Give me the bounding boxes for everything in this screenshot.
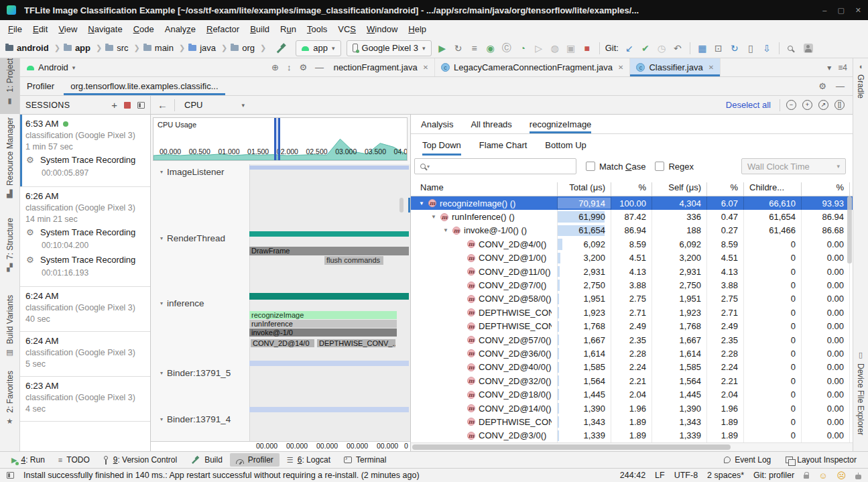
breadcrumb-org[interactable]: org❯ — [231, 43, 268, 53]
search-icon[interactable] — [788, 46, 793, 51]
hidden-tabs-icon[interactable]: ≡4 — [838, 63, 847, 72]
table-row[interactable]: mCONV_2D@14/0()1,3901.961,3901.9600.00 — [411, 402, 853, 415]
expand-arrow-icon[interactable]: ▼ — [443, 227, 452, 233]
history-icon[interactable]: ◷ — [654, 43, 670, 54]
rollback-icon[interactable]: ↶ — [670, 43, 686, 54]
sidebar-tab-7-structure[interactable]: 7: Structure▞ — [0, 218, 19, 292]
session-artifact-label[interactable]: System Trace Recording — [40, 227, 135, 237]
thread-track-binder-13791-5[interactable]: ▾Binder:13791_5 — [151, 361, 410, 407]
build-hammer-icon[interactable] — [276, 44, 286, 53]
panel-splitter[interactable] — [408, 198, 410, 213]
attach-profiler-icon[interactable]: ◍ — [547, 43, 563, 54]
menu-item-refactor[interactable]: Refactor — [201, 22, 245, 36]
collapse-panel-icon[interactable] — [137, 102, 145, 109]
table-row[interactable]: mCONV_2D@57/0()1,6672.351,6672.3500.00 — [411, 333, 853, 347]
chevron-down-icon[interactable]: ▾ — [160, 235, 163, 241]
menu-item-analyze[interactable]: Analyze — [160, 22, 201, 36]
table-row[interactable]: mDEPTHWISE_CONV_2D@...1,7682.491,7682.49… — [411, 320, 853, 333]
threads-scrollbar-thumb[interactable] — [399, 198, 404, 213]
close-icon[interactable]: ✕ — [423, 64, 428, 71]
tool-window-switcher-icon[interactable] — [7, 472, 14, 479]
hide-icon[interactable]: — — [315, 62, 324, 72]
file-encoding[interactable]: UTF-8 — [674, 471, 698, 480]
settings-icon[interactable]: ⚙ — [299, 62, 307, 72]
toolwindow-button-build[interactable]: Build — [184, 453, 229, 467]
profiler-session-tab[interactable]: org.tensorflow.lite.examples.classific..… — [64, 77, 225, 95]
sidebar-tab-1-project[interactable]: 1: Project▮ — [0, 58, 19, 114]
close-icon[interactable]: ✕ — [708, 64, 714, 71]
expand-arrow-icon[interactable]: ▼ — [431, 214, 440, 220]
happy-face-icon[interactable]: ☺ — [818, 471, 827, 480]
toolwindow-button-profiler[interactable]: Profiler — [230, 453, 280, 467]
menu-item-navigate[interactable]: Navigate — [82, 22, 127, 36]
zoom-to-selection-icon[interactable]: [] — [834, 100, 845, 110]
close-icon[interactable]: ✕ — [618, 64, 623, 71]
thread-track-renderthread[interactable]: ▾RenderThreadDrawFrameflush commands — [151, 231, 410, 293]
caret-position[interactable]: 244:42 — [620, 471, 645, 480]
tab-all-threads[interactable]: All threads — [471, 115, 511, 133]
device-manager-icon[interactable]: ▦ — [694, 43, 710, 54]
indent-style[interactable]: 2 spaces* — [707, 471, 744, 480]
project-view-select[interactable]: Android ▾ — [20, 58, 121, 76]
minimize-button[interactable]: – — [822, 6, 826, 15]
subtab-top-down[interactable]: Top Down — [422, 134, 461, 156]
sidebar-tab-resource-manager[interactable]: Resource Manager▟ — [0, 117, 19, 201]
toolwindow-button-terminal[interactable]: Terminal — [338, 453, 392, 467]
menu-item-code[interactable]: Code — [128, 22, 160, 36]
stop-icon[interactable]: ■ — [579, 43, 595, 54]
search-input[interactable] — [432, 159, 576, 174]
zoom-in-icon[interactable]: + — [802, 100, 812, 110]
reset-zoom-icon[interactable]: ↗ — [818, 100, 828, 110]
table-row[interactable]: mCONV_2D@11/0()2,9314.132,9314.1300.00 — [411, 265, 853, 278]
apply-changes-icon[interactable]: ↻ — [450, 43, 467, 54]
chevron-down-icon[interactable]: ▾ — [160, 169, 163, 175]
thread-track-inference[interactable]: ▾inferencerecognizeImagerunInferenceinvo… — [151, 293, 410, 361]
trace-event-bar[interactable]: flush commands — [324, 256, 383, 265]
session-item[interactable]: 6:26 AMclassification (Google Pixel 3)14… — [20, 187, 150, 287]
table-row[interactable]: mCONV_2D@32/0()1,5642.211,5642.2100.00 — [411, 374, 853, 387]
session-item[interactable]: 6:23 AMclassification (Google Pixel 3)4 … — [20, 377, 150, 422]
table-row[interactable]: mCONV_2D@7/0()2,7503.882,7503.8800.00 — [411, 278, 853, 292]
trace-event-bar[interactable]: CONV_2D@14/0 — [251, 339, 314, 347]
maximize-button[interactable]: ▢ — [837, 6, 844, 15]
table-row[interactable]: mDEPTHWISE_CONV_2D@...1,9232.711,9232.71… — [411, 306, 853, 319]
subtab-bottom-up[interactable]: Bottom Up — [545, 134, 586, 156]
table-row[interactable]: mCONV_2D@3/0()1,3391.891,3391.8900.00 — [411, 429, 853, 442]
git-branch[interactable]: Git: profiler — [753, 471, 794, 480]
breadcrumb-java[interactable]: java❯ — [188, 43, 229, 53]
table-row[interactable]: ▼minvoke@-1/0() ()61,65486.941880.2761,4… — [411, 224, 853, 237]
deselect-all-link[interactable]: Deselect all — [726, 100, 771, 110]
clock-type-select[interactable]: Wall Clock Time ▾ — [741, 158, 846, 174]
add-session-button[interactable]: + — [111, 99, 117, 111]
thread-state-bar[interactable] — [249, 293, 409, 300]
menu-item-window[interactable]: Window — [361, 22, 403, 36]
device-select[interactable]: Google Pixel 3 ▾ — [347, 40, 432, 56]
avatar[interactable] — [804, 44, 813, 53]
table-row[interactable]: ▼mrunInference() ()61,99087.423360.4761,… — [411, 210, 853, 223]
table-row[interactable]: mCONV_2D@4/0()6,0928.596,0928.5900.00 — [411, 237, 853, 251]
sync-project-icon[interactable]: ↻ — [727, 43, 743, 54]
menu-item-build[interactable]: Build — [245, 22, 275, 36]
horizontal-scrollbar-thumb[interactable] — [412, 444, 731, 450]
table-row[interactable]: mCONV_2D@36/0()1,6142.281,6142.2800.00 — [411, 347, 853, 360]
toolwindow-button-9-version-control[interactable]: 9: Version Control — [97, 453, 183, 467]
session-item[interactable]: 6:24 AMclassification (Google Pixel 3)5 … — [20, 332, 150, 377]
trace-event-bar[interactable]: invoke@-1/0 — [249, 328, 397, 337]
trace-event-bar[interactable]: DrawFrame — [249, 247, 409, 255]
toolwindow-button-4-run[interactable]: ▶4: Run — [5, 453, 51, 467]
hide-icon[interactable]: — — [836, 81, 845, 91]
tab-recognizeimage[interactable]: recognizeImage — [530, 115, 592, 133]
thread-track-binder-13791-4[interactable]: ▾Binder:13791_4 — [151, 407, 410, 441]
table-row[interactable]: mCONV_2D@18/0()1,4452.041,4452.0400.00 — [411, 387, 853, 401]
session-item[interactable]: 6:24 AMclassification (Google Pixel 3)40… — [20, 287, 150, 332]
trace-event-bar[interactable]: DEPTHWISE_CONV_... — [317, 339, 395, 347]
toolwindow-button-layout-inspector[interactable]: Layout Inspector — [780, 453, 863, 467]
breadcrumb-android[interactable]: android❯ — [5, 43, 62, 53]
menu-item-vcs[interactable]: VCS — [332, 22, 361, 36]
line-separator[interactable]: LF — [655, 471, 665, 480]
horizontal-scrollbar[interactable] — [411, 442, 853, 451]
chevron-down-icon[interactable]: ▾ — [160, 416, 163, 422]
gear-icon[interactable]: ⚙ — [818, 81, 826, 91]
apply-code-changes-icon[interactable]: ≡ — [467, 43, 483, 54]
debug-icon[interactable]: ◉ — [483, 43, 499, 54]
